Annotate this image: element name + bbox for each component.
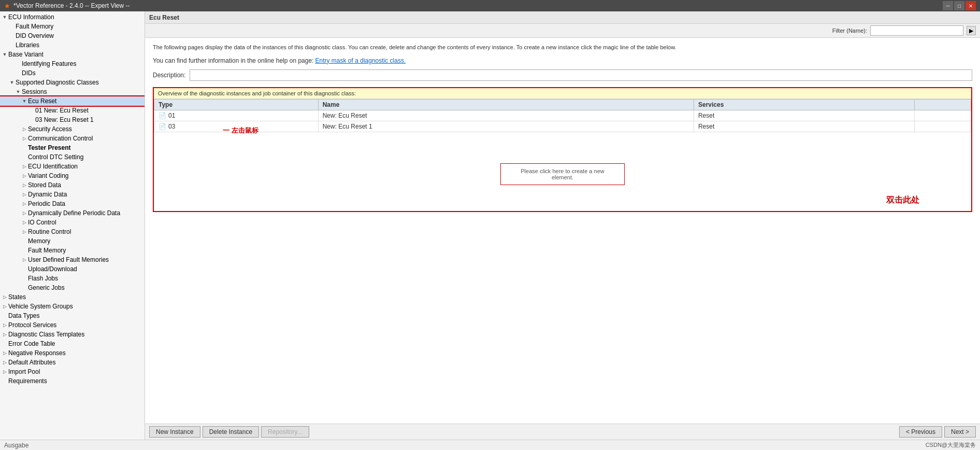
sidebar-item-default-attributes[interactable]: ▷Default Attributes — [0, 358, 145, 367]
sidebar-item-data-types[interactable]: Data Types — [0, 311, 145, 320]
sidebar-item-supported-diag[interactable]: ▼Supported Diagnostic Classes — [0, 78, 145, 87]
sidebar-item-dyn-define[interactable]: ▷Dynamically Define Periodic Data — [0, 208, 145, 218]
sidebar-item-user-defined[interactable]: ▷User Defined Fault Memories — [0, 255, 145, 264]
expander-supported-diag[interactable]: ▼ — [8, 79, 16, 86]
expander-data-types[interactable] — [1, 312, 8, 319]
sidebar-item-dynamic-data[interactable]: ▷Dynamic Data — [0, 190, 145, 199]
sidebar-item-memory[interactable]: Memory — [0, 236, 145, 246]
sidebar-label-base-variant: Base Variant — [8, 51, 44, 58]
sidebar-item-ecu-identification[interactable]: ▷ECU Identification — [0, 162, 145, 171]
title-bar-controls: ─ □ ✕ — [943, 1, 976, 10]
expander-sessions[interactable]: ▼ — [15, 88, 22, 95]
expander-stored-data[interactable]: ▷ — [21, 181, 28, 189]
sidebar-item-identifying-features[interactable]: Identifying Features — [0, 59, 145, 68]
expander-diag-class-templates[interactable]: ▷ — [1, 331, 8, 338]
expander-did-overview[interactable] — [8, 32, 16, 39]
new-element-placeholder[interactable]: Please click here to create a new elemen… — [500, 163, 625, 185]
table-row[interactable]: 📄03New: Ecu Reset 1Reset — [154, 121, 971, 132]
sidebar-item-stored-data[interactable]: ▷Stored Data — [0, 180, 145, 190]
sidebar-item-flash-jobs[interactable]: Flash Jobs — [0, 274, 145, 283]
expander-ecu-info[interactable]: ▼ — [1, 13, 8, 21]
sidebar-item-fault-memory2[interactable]: Fault Memory — [0, 246, 145, 255]
expander-memory[interactable] — [21, 237, 28, 245]
sidebar-item-03-new-ecu-reset-1[interactable]: 03 New: Ecu Reset 1 — [0, 115, 145, 124]
expander-flash-jobs[interactable] — [21, 275, 28, 282]
sidebar-item-base-variant[interactable]: ▼Base Variant — [0, 50, 145, 59]
sidebar-item-dids[interactable]: DIDs — [0, 68, 145, 78]
expander-base-variant[interactable]: ▼ — [1, 51, 8, 58]
sidebar: ▼ECU InformationFault MemoryDID Overview… — [0, 11, 145, 440]
expander-upload-download[interactable] — [21, 265, 28, 273]
previous-button[interactable]: < Previous — [899, 426, 942, 438]
description-input[interactable] — [190, 69, 972, 81]
expander-dyn-define[interactable]: ▷ — [21, 209, 28, 217]
expander-identifying-features[interactable] — [15, 60, 22, 67]
sidebar-item-diag-class-templates[interactable]: ▷Diagnostic Class Templates — [0, 330, 145, 339]
filter-search-button[interactable]: ▶ — [967, 26, 976, 35]
expander-negative-responses[interactable]: ▷ — [1, 349, 8, 357]
new-instance-button[interactable]: New Instance — [149, 426, 200, 438]
sidebar-item-sessions[interactable]: ▼Sessions — [0, 87, 145, 96]
expander-ecu-identification[interactable]: ▷ — [21, 163, 28, 170]
expander-variant-coding[interactable]: ▷ — [21, 172, 28, 179]
help-link[interactable]: Entry mask of a diagnostic class. — [315, 57, 406, 64]
repository-button[interactable]: Repository... — [261, 426, 309, 438]
delete-instance-button[interactable]: Delete Instance — [203, 426, 259, 438]
next-button[interactable]: Next > — [944, 426, 976, 438]
expander-user-defined[interactable]: ▷ — [21, 256, 28, 263]
sidebar-item-import-pool[interactable]: ▷Import Pool — [0, 367, 145, 376]
sidebar-item-upload-download[interactable]: Upload/Download — [0, 264, 145, 274]
expander-tester-present[interactable] — [21, 144, 28, 151]
expander-ecu-reset[interactable]: ▼ — [21, 97, 28, 105]
expander-periodic-data[interactable]: ▷ — [21, 200, 28, 207]
expander-protocol-services[interactable]: ▷ — [1, 321, 8, 329]
table-row[interactable]: 📄01New: Ecu ResetReset — [154, 110, 971, 121]
expander-03-new-ecu-reset-1[interactable] — [28, 116, 35, 123]
expander-requirements[interactable] — [1, 377, 8, 385]
sidebar-label-memory: Memory — [28, 237, 50, 245]
status-bar: Ausgabe CSDN@大里海棠务 — [0, 440, 980, 450]
sidebar-item-security-access[interactable]: ▷Security Access — [0, 124, 145, 134]
maximize-button[interactable]: □ — [954, 1, 964, 10]
sidebar-item-requirements[interactable]: Requirements — [0, 376, 145, 386]
expander-vehicle-system[interactable]: ▷ — [1, 303, 8, 310]
expander-default-attributes[interactable]: ▷ — [1, 359, 8, 366]
expander-generic-jobs[interactable] — [21, 284, 28, 291]
close-button[interactable]: ✕ — [965, 1, 976, 10]
expander-error-code-table[interactable] — [1, 340, 8, 347]
expander-import-pool[interactable]: ▷ — [1, 368, 8, 375]
expander-control-dtc[interactable] — [21, 153, 28, 161]
expander-security-access[interactable]: ▷ — [21, 125, 28, 133]
minimize-button[interactable]: ─ — [943, 1, 953, 10]
sidebar-item-error-code-table[interactable]: Error Code Table — [0, 339, 145, 348]
expander-communication-control[interactable]: ▷ — [21, 135, 28, 142]
sidebar-item-libraries[interactable]: Libraries — [0, 40, 145, 50]
sidebar-item-negative-responses[interactable]: ▷Negative Responses — [0, 348, 145, 358]
expander-dynamic-data[interactable]: ▷ — [21, 191, 28, 198]
expander-routine-control[interactable]: ▷ — [21, 228, 28, 235]
sidebar-item-01-new-ecu-reset[interactable]: 01 New: Ecu Reset — [0, 106, 145, 115]
expander-io-control[interactable]: ▷ — [21, 219, 28, 226]
sidebar-item-states[interactable]: ▷States — [0, 292, 145, 302]
expander-fault-memory[interactable] — [8, 23, 16, 30]
sidebar-item-did-overview[interactable]: DID Overview — [0, 31, 145, 40]
sidebar-item-communication-control[interactable]: ▷Communication Control — [0, 134, 145, 143]
expander-states[interactable]: ▷ — [1, 293, 8, 301]
sidebar-item-routine-control[interactable]: ▷Routine Control — [0, 227, 145, 236]
sidebar-item-tester-present[interactable]: Tester Present — [0, 143, 145, 152]
sidebar-item-io-control[interactable]: ▷IO Control — [0, 218, 145, 227]
filter-input[interactable] — [870, 25, 963, 36]
sidebar-item-fault-memory[interactable]: Fault Memory — [0, 22, 145, 31]
sidebar-item-control-dtc[interactable]: Control DTC Setting — [0, 152, 145, 162]
expander-dids[interactable] — [15, 69, 22, 77]
sidebar-item-protocol-services[interactable]: ▷Protocol Services — [0, 320, 145, 330]
sidebar-item-ecu-reset[interactable]: ▼Ecu Reset — [0, 96, 145, 106]
expander-libraries[interactable] — [8, 41, 16, 49]
sidebar-item-generic-jobs[interactable]: Generic Jobs — [0, 283, 145, 292]
expander-fault-memory2[interactable] — [21, 247, 28, 254]
expander-01-new-ecu-reset[interactable] — [28, 107, 35, 114]
sidebar-item-vehicle-system[interactable]: ▷Vehicle System Groups — [0, 302, 145, 311]
sidebar-item-variant-coding[interactable]: ▷Variant Coding — [0, 171, 145, 180]
sidebar-item-ecu-info[interactable]: ▼ECU Information — [0, 12, 145, 22]
sidebar-item-periodic-data[interactable]: ▷Periodic Data — [0, 199, 145, 208]
